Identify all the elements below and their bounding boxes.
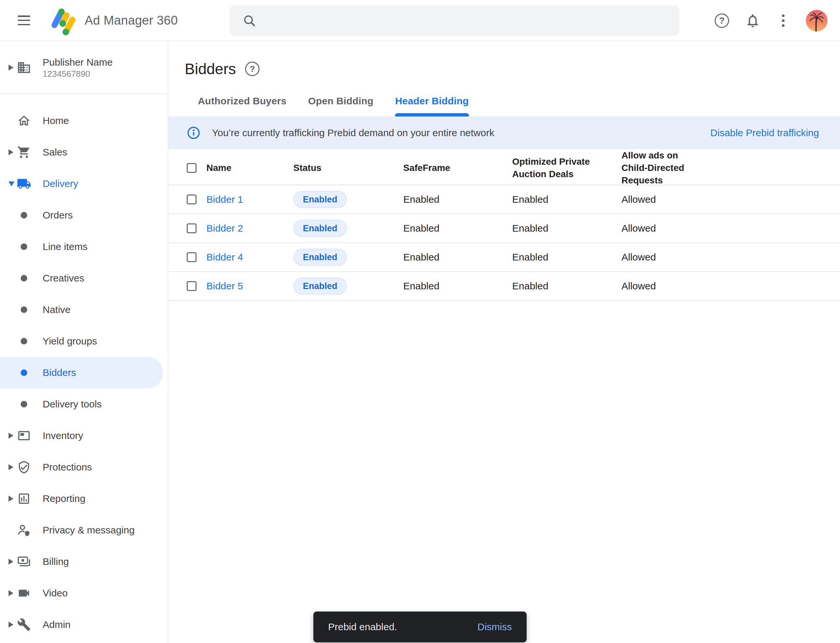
row-checkbox[interactable] xyxy=(187,281,196,291)
shield-check-icon xyxy=(16,460,31,475)
sidebar-nav: Home Sales Delivery Orders xyxy=(0,94,168,640)
bullet-icon xyxy=(21,243,27,250)
row-checkbox[interactable] xyxy=(187,224,196,233)
home-icon xyxy=(16,113,31,128)
publisher-switcher[interactable]: Publisher Name 1234567890 xyxy=(0,41,168,94)
bidder-link[interactable]: Bidder 1 xyxy=(206,194,243,205)
more-options-button[interactable] xyxy=(782,0,784,41)
safeframe-value: Enabled xyxy=(403,223,512,234)
account-avatar[interactable] xyxy=(806,0,827,41)
sidebar-item-sales[interactable]: Sales xyxy=(0,137,168,168)
sidebar-item-privacy-messaging[interactable]: Privacy & messaging xyxy=(0,514,168,546)
safeframe-value: Enabled xyxy=(403,251,512,263)
opad-value: Enabled xyxy=(512,281,621,292)
ad-unit-icon xyxy=(16,428,31,443)
status-badge: Enabled xyxy=(293,249,347,266)
sidebar-item-admin[interactable]: Admin xyxy=(0,609,168,640)
select-all-checkbox[interactable] xyxy=(187,163,196,173)
table-header-row: Name Status SafeFrame Optimized Private … xyxy=(168,149,840,185)
bidder-link[interactable]: Bidder 2 xyxy=(206,223,243,233)
sidebar-item-delivery-tools[interactable]: Delivery tools xyxy=(0,388,168,420)
bullet-icon xyxy=(21,338,27,344)
opad-value: Enabled xyxy=(512,251,621,263)
app-title: Ad Manager 360 xyxy=(85,13,178,28)
help-icon: ? xyxy=(715,13,729,28)
banner-message: You’re currently trafficking Prebid dema… xyxy=(212,127,494,139)
sidebar-item-creatives[interactable]: Creatives xyxy=(0,263,168,294)
opad-value: Enabled xyxy=(512,194,621,205)
ad-manager-page: Ad Manager 360 ? xyxy=(0,0,840,643)
bidder-link[interactable]: Bidder 4 xyxy=(206,251,243,263)
sidebar-item-bidders[interactable]: Bidders xyxy=(0,357,163,388)
kebab-icon xyxy=(782,15,784,27)
sidebar-item-yield-groups[interactable]: Yield groups xyxy=(0,325,168,357)
avatar-palm-image xyxy=(806,10,827,31)
column-header-optimized-private-auction-deals: Optimized Private Auction Deals xyxy=(512,155,594,180)
status-badge: Enabled xyxy=(293,277,347,295)
sidebar-item-orders[interactable]: Orders xyxy=(0,199,168,231)
bell-icon xyxy=(745,13,761,29)
child-directed-value: Allowed xyxy=(621,194,840,205)
disable-prebid-trafficking-link[interactable]: Disable Prebid trafficking xyxy=(710,127,819,139)
child-directed-value: Allowed xyxy=(621,223,840,234)
opad-value: Enabled xyxy=(512,223,621,234)
sidebar-item-home[interactable]: Home xyxy=(0,105,168,137)
truck-icon xyxy=(16,176,31,191)
column-header-allow-ads-child-directed: Allow ads on Child-Directed Requests xyxy=(621,149,703,187)
global-search[interactable] xyxy=(230,6,679,36)
sidebar-item-delivery[interactable]: Delivery xyxy=(0,168,168,199)
bidder-link[interactable]: Bidder 5 xyxy=(206,281,243,291)
sidebar-item-line-items[interactable]: Line items xyxy=(0,231,168,263)
bullet-icon xyxy=(21,307,27,313)
bullet-icon xyxy=(21,369,27,376)
chevron-right-icon xyxy=(8,590,13,596)
table-row: Bidder 2 Enabled Enabled Enabled Allowed xyxy=(168,214,840,243)
bullet-icon xyxy=(21,275,27,281)
sidebar-item-native[interactable]: Native xyxy=(0,294,168,325)
building-icon xyxy=(16,60,31,75)
main-content: Bidders ? Authorized Buyers Open Bidding… xyxy=(168,41,840,643)
notifications-button[interactable] xyxy=(745,0,761,41)
chevron-right-icon xyxy=(8,496,13,502)
page-title: Bidders xyxy=(185,60,236,78)
column-header-name: Name xyxy=(206,162,293,174)
sidebar-item-reporting[interactable]: Reporting xyxy=(0,483,168,514)
tab-header-bidding[interactable]: Header Bidding xyxy=(395,95,469,116)
page-help-icon[interactable]: ? xyxy=(245,62,260,76)
dismiss-button[interactable]: Dismiss xyxy=(477,621,512,633)
safeframe-value: Enabled xyxy=(403,281,512,292)
tab-authorized-buyers[interactable]: Authorized Buyers xyxy=(198,95,286,116)
table-row: Bidder 1 Enabled Enabled Enabled Allowed xyxy=(168,185,840,214)
table-row: Bidder 5 Enabled Enabled Enabled Allowed xyxy=(168,272,840,301)
table-row: Bidder 4 Enabled Enabled Enabled Allowed xyxy=(168,243,840,272)
payments-icon xyxy=(16,554,31,569)
chevron-right-icon xyxy=(8,65,13,70)
column-header-status: Status xyxy=(293,162,403,174)
search-icon xyxy=(242,13,257,28)
cart-icon xyxy=(16,145,31,160)
tab-open-bidding[interactable]: Open Bidding xyxy=(308,95,373,116)
row-checkbox[interactable] xyxy=(187,194,196,204)
child-directed-value: Allowed xyxy=(621,251,840,263)
info-icon xyxy=(187,126,201,140)
bullet-icon xyxy=(21,401,27,408)
menu-icon[interactable] xyxy=(18,15,30,25)
sidebar-item-video[interactable]: Video xyxy=(0,578,168,609)
ad-manager-logo-icon xyxy=(48,5,78,36)
search-input[interactable] xyxy=(265,10,660,31)
sidebar-item-inventory[interactable]: Inventory xyxy=(0,420,168,451)
person-shield-icon xyxy=(16,522,31,538)
safeframe-value: Enabled xyxy=(403,194,512,205)
sidebar-item-protections[interactable]: Protections xyxy=(0,451,168,483)
tab-bar: Authorized Buyers Open Bidding Header Bi… xyxy=(198,95,840,116)
chevron-down-icon xyxy=(8,181,15,186)
wrench-icon xyxy=(16,617,31,632)
help-button[interactable]: ? xyxy=(715,0,729,41)
column-header-safeframe: SafeFrame xyxy=(403,162,512,174)
row-checkbox[interactable] xyxy=(187,252,196,262)
sidebar-item-billing[interactable]: Billing xyxy=(0,546,168,578)
top-app-bar: Ad Manager 360 ? xyxy=(0,0,840,41)
toast-snackbar: Prebid enabled. Dismiss xyxy=(313,612,527,642)
chevron-right-icon xyxy=(8,464,13,470)
chevron-right-icon xyxy=(8,433,13,439)
